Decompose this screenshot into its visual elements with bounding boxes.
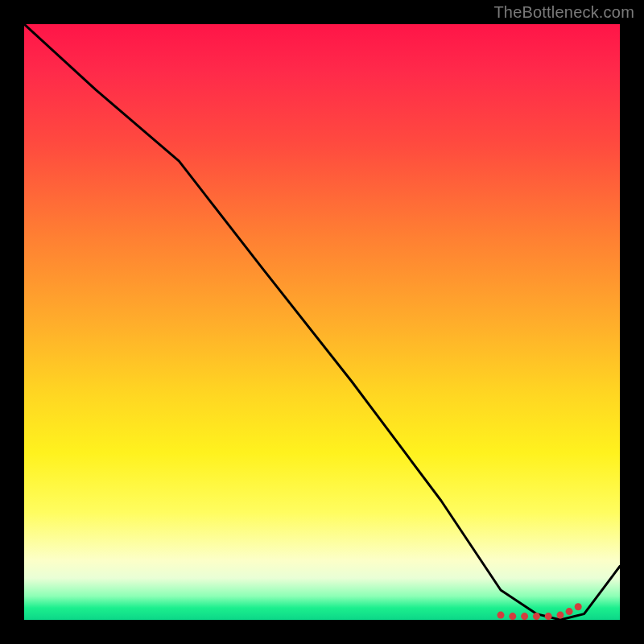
plot-overlay — [24, 24, 620, 620]
marker-dot — [575, 603, 582, 610]
marker-dot — [557, 612, 564, 619]
chart-stage: TheBottleneck.com — [0, 0, 644, 644]
marker-dot — [521, 613, 528, 620]
marker-dot — [497, 612, 505, 619]
marker-dot — [509, 613, 516, 620]
marker-dot — [533, 613, 540, 620]
marker-dot — [566, 608, 573, 615]
attribution-label: TheBottleneck.com — [493, 3, 634, 22]
curve-line — [24, 24, 620, 620]
marker-dot — [545, 613, 552, 620]
